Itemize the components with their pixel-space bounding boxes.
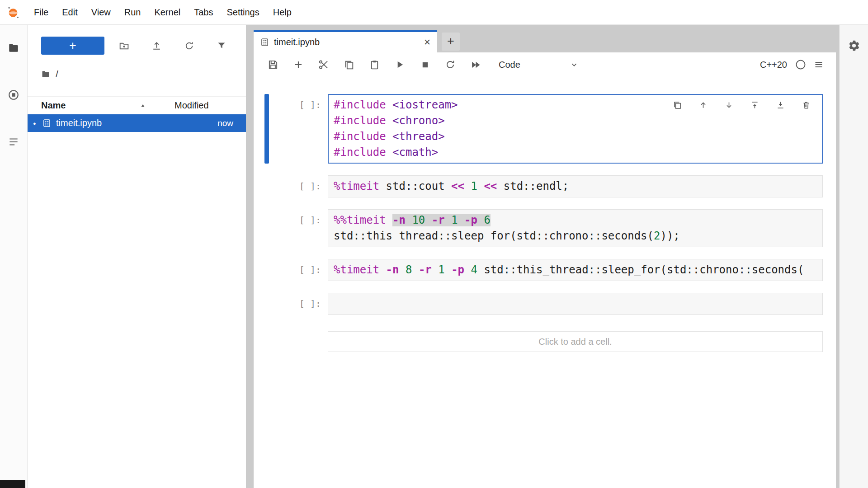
code-token: 10	[412, 214, 425, 226]
menu-item-file[interactable]: File	[27, 7, 55, 18]
menu-bar: FileEditViewRunKernelTabsSettingsHelp	[0, 0, 868, 25]
close-tab-icon[interactable]: ✕	[424, 37, 431, 47]
cell-collapser[interactable]	[264, 259, 269, 281]
new-folder-icon	[118, 40, 130, 52]
add-cell-button[interactable]: Click to add a cell.	[328, 331, 823, 352]
code-line: #include <cmath>	[334, 145, 817, 160]
menu-item-settings[interactable]: Settings	[220, 7, 266, 18]
cell-type-value: Code	[499, 60, 520, 70]
cell-collapser[interactable]	[264, 209, 269, 247]
code-token: -p	[464, 214, 477, 226]
code-cell-editor[interactable]: %%timeit -n 10 -r 1 -p 6std::this_thread…	[328, 209, 823, 247]
insert-cell-below-button[interactable]	[776, 100, 785, 110]
filter-button[interactable]	[213, 38, 230, 54]
settings-gear-button[interactable]	[848, 39, 860, 52]
menu-item-kernel[interactable]: Kernel	[147, 7, 187, 18]
menu-item-run[interactable]: Run	[118, 7, 148, 18]
move-cell-up-button[interactable]	[698, 100, 708, 110]
code-line: #include <thread>	[334, 129, 817, 145]
cell-collapser[interactable]	[264, 94, 269, 164]
code-token	[477, 214, 484, 226]
column-name[interactable]: Name	[41, 100, 175, 111]
cell-row: [ ]:%timeit -n 8 -r 1 -p 4 std::this_thr…	[264, 259, 823, 281]
code-cell-editor[interactable]: %timeit std::cout << 1 << std::endl;	[328, 175, 823, 197]
running-kernel-dot: ●	[33, 121, 39, 126]
sort-ascending-icon[interactable]	[140, 103, 146, 109]
jupyterlab-window: FileEditViewRunKernelTabsSettingsHelp +	[0, 0, 868, 488]
new-tab-button[interactable]: +	[442, 33, 460, 51]
code-token: #include	[334, 99, 386, 111]
code-token: %timeit	[334, 180, 379, 192]
code-token: std::this_thread::sleep_for(std::chrono:…	[334, 230, 654, 242]
copy-cells-button[interactable]	[341, 57, 357, 72]
refresh-button[interactable]	[181, 38, 197, 54]
code-token	[458, 214, 464, 226]
code-token: #include	[334, 146, 386, 159]
cell-type-dropdown[interactable]: Code	[499, 60, 579, 70]
table-of-contents-tab[interactable]	[7, 135, 20, 149]
code-line: %timeit std::cout << 1 << std::endl;	[334, 178, 817, 194]
breadcrumb-root[interactable]: /	[56, 67, 58, 81]
code-token	[425, 214, 431, 226]
move-cell-down-button[interactable]	[724, 100, 734, 110]
restart-run-all-button[interactable]	[468, 57, 483, 72]
insert-below-icon	[776, 100, 785, 110]
menu-item-help[interactable]: Help	[266, 7, 298, 18]
cell-prompt: [ ]:	[269, 259, 321, 281]
copy-icon	[344, 59, 355, 70]
restart-kernel-button[interactable]	[443, 57, 458, 72]
running-sessions-tab[interactable]	[7, 88, 20, 102]
cut-cells-button[interactable]	[316, 57, 331, 72]
delete-cell-button[interactable]	[802, 100, 811, 110]
duplicate-cell-icon	[673, 100, 682, 110]
file-row[interactable]: ●timeit.ipynbnow	[28, 114, 246, 132]
app-body: + /	[0, 25, 868, 488]
new-folder-button[interactable]	[116, 38, 132, 54]
cut-icon	[318, 59, 330, 70]
insert-cell-button[interactable]	[291, 57, 306, 72]
notebook-icon	[260, 38, 269, 47]
cell-collapser[interactable]	[264, 175, 269, 197]
file-browser-tab[interactable]	[7, 41, 20, 55]
tab-timeit-ipynb[interactable]: timeit.ipynb ✕	[254, 30, 437, 52]
menu-item-edit[interactable]: Edit	[55, 7, 84, 18]
running-sessions-icon	[8, 89, 19, 101]
interrupt-kernel-button[interactable]	[417, 57, 433, 72]
code-token	[477, 180, 484, 192]
table-of-contents-icon	[8, 136, 19, 148]
paste-cells-button[interactable]	[367, 57, 382, 72]
cell-row: [ ]:%%timeit -n 10 -r 1 -p 6std::this_th…	[264, 209, 823, 247]
save-button[interactable]	[265, 57, 281, 72]
column-modified[interactable]: Modified	[175, 100, 233, 111]
code-cell-editor[interactable]: #include <iostream>#include <chrono>#inc…	[328, 94, 823, 164]
more-menu-icon[interactable]	[813, 59, 824, 70]
code-token	[412, 263, 418, 276]
code-line: #include <chrono>	[334, 113, 817, 129]
code-token	[464, 263, 471, 276]
code-token: -p	[451, 263, 464, 276]
run-cell-button[interactable]	[392, 57, 407, 72]
duplicate-cell-button[interactable]	[673, 100, 682, 110]
insert-cell-above-button[interactable]	[750, 100, 760, 110]
menu-item-view[interactable]: View	[85, 7, 118, 18]
new-launcher-button[interactable]: +	[41, 37, 104, 55]
code-token: <cmath>	[392, 146, 438, 159]
kernel-status-icon[interactable]	[795, 59, 806, 70]
add-cell-spacer	[264, 331, 328, 352]
code-token: 1	[438, 263, 444, 276]
code-cell-editor[interactable]: %timeit -n 8 -r 1 -p 4 std::this_thread:…	[328, 259, 823, 281]
left-sidebar	[0, 25, 28, 488]
cell-prompt: [ ]:	[269, 293, 321, 315]
restart-kernel-icon	[444, 59, 456, 70]
cell-collapser[interactable]	[264, 293, 269, 315]
code-token: #include	[334, 130, 386, 143]
cell-row: [ ]:	[264, 293, 823, 315]
code-line: std::this_thread::sleep_for(std::chrono:…	[334, 228, 817, 244]
code-token	[432, 263, 438, 276]
tab-bar: timeit.ipynb ✕ +	[254, 30, 836, 52]
breadcrumb[interactable]: /	[28, 64, 246, 96]
menu-item-tabs[interactable]: Tabs	[187, 7, 220, 18]
kernel-name[interactable]: C++20	[760, 60, 787, 70]
upload-button[interactable]	[149, 38, 165, 54]
code-cell-editor[interactable]	[328, 293, 823, 315]
